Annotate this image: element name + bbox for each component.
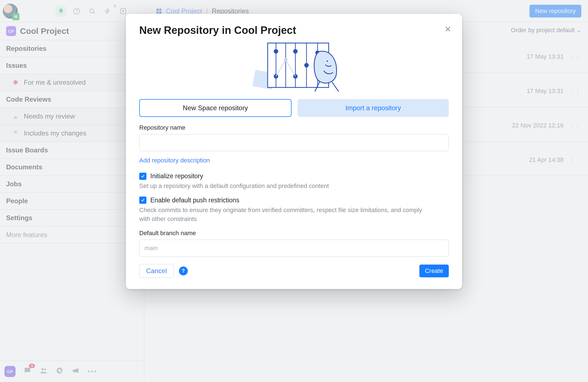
dialog-help-button[interactable]: ? [179,267,188,275]
initialize-label: Initialize repository [150,172,203,180]
push-restrictions-checkbox-row[interactable]: Enable default push restrictions [139,197,449,204]
svg-line-47 [332,82,339,92]
repo-name-label: Repository name [139,124,449,131]
tab-import-repo[interactable]: Import a repository [298,99,449,117]
new-repository-dialog: New Repository in Cool Project [126,14,462,289]
svg-point-36 [274,49,278,54]
push-restrictions-label: Enable default push restrictions [150,197,239,204]
dialog-illustration [139,40,449,93]
repo-type-tabs: New Space repository Import a repository [139,99,449,117]
close-icon [444,25,452,33]
initialize-checkbox-row[interactable]: Initialize repository [139,172,449,180]
checkbox-checked-icon [139,197,146,204]
branch-name-label: Default branch name [139,230,449,237]
branch-name-input[interactable] [139,240,449,257]
dialog-title: New Repository in Cool Project [139,24,449,36]
add-description-link[interactable]: Add repository description [139,157,210,164]
repo-name-input[interactable] [139,134,449,151]
push-restrictions-helper: Check commits to ensure they originate f… [139,206,433,223]
close-button[interactable] [444,25,452,35]
tab-new-space-repo[interactable]: New Space repository [139,99,292,117]
initialize-helper: Set up a repository with a default confi… [139,182,433,190]
svg-point-45 [327,61,328,62]
svg-point-41 [304,63,309,67]
cancel-button[interactable]: Cancel [139,264,174,278]
create-button[interactable]: Create [419,265,449,277]
svg-point-39 [293,49,298,54]
checkbox-checked-icon [139,173,146,180]
